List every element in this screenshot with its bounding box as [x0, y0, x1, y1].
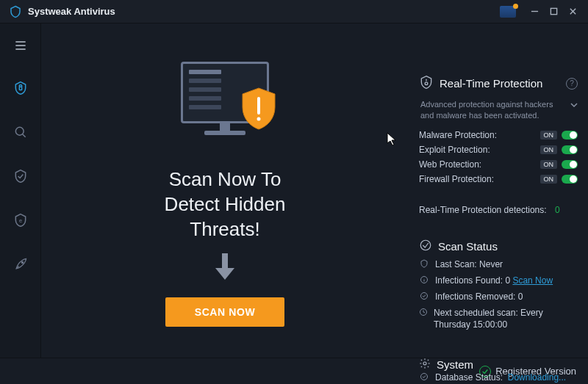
info-icon [419, 275, 429, 284]
toggle-web[interactable] [562, 160, 578, 169]
scan-status-heading: Scan Status [438, 240, 498, 253]
svg-rect-7 [19, 87, 21, 90]
svg-marker-15 [215, 268, 234, 280]
svg-point-22 [421, 293, 428, 300]
svg-point-11 [21, 262, 23, 264]
arrow-down-icon [214, 252, 236, 284]
nav-status[interactable] [6, 73, 35, 103]
toggle-malware[interactable] [562, 131, 578, 140]
maximize-button[interactable] [544, 4, 563, 19]
nav-scan[interactable] [6, 117, 35, 147]
close-button[interactable] [563, 4, 582, 19]
nav-protection[interactable] [6, 162, 35, 191]
check-circle-icon [419, 372, 429, 381]
minimize-button[interactable] [525, 4, 544, 19]
right-panel: Real-Time Protection ? Advanced protecti… [409, 23, 588, 358]
hero: Scan Now To Detect Hidden Threats! SCAN … [41, 23, 409, 358]
on-badge: ON [540, 160, 558, 169]
svg-point-25 [421, 373, 428, 380]
svg-point-16 [425, 82, 428, 85]
svg-point-8 [15, 127, 24, 135]
toggle-exploit[interactable] [562, 145, 578, 154]
row-infections-found: Infections Found: 0 Scan Now [419, 275, 578, 286]
row-web-protection: Web Protection: ON [419, 159, 578, 170]
scan-status-icon [419, 239, 432, 254]
svg-point-24 [423, 362, 426, 365]
chevron-down-icon [570, 101, 578, 112]
svg-rect-14 [222, 253, 228, 268]
row-exploit-protection: Exploit Protection: ON [419, 145, 578, 155]
clock-icon [419, 307, 428, 316]
svg-point-18 [420, 240, 431, 250]
row-database-status: Database Status: Downloading... [419, 372, 578, 383]
svg-line-9 [22, 134, 25, 137]
rtp-description[interactable]: Advanced protection against hackers and … [420, 99, 578, 121]
toggle-firewall[interactable] [562, 175, 578, 184]
scan-now-button[interactable]: SCAN NOW [165, 297, 285, 327]
check-circle-icon [419, 291, 429, 300]
app-logo-icon [9, 5, 22, 18]
system-gear-icon [419, 358, 431, 372]
realtime-shield-icon [419, 75, 434, 92]
nav-optimize[interactable] [6, 250, 35, 279]
hamburger-icon[interactable] [6, 29, 35, 59]
credit-card-icon[interactable] [500, 6, 516, 18]
hero-headline: Scan Now To Detect Hidden Threats! [165, 167, 286, 242]
monitor-illustration [173, 62, 276, 150]
app-title: Systweak Antivirus [28, 6, 115, 17]
scan-now-link[interactable]: Scan Now [512, 275, 553, 286]
row-infections-removed: Infections Removed: 0 [419, 291, 578, 303]
titlebar: Systweak Antivirus [0, 0, 588, 23]
svg-rect-1 [551, 8, 556, 14]
on-badge: ON [540, 131, 558, 140]
shield-warning-icon [240, 87, 278, 134]
system-heading: System [437, 358, 473, 371]
on-badge: ON [540, 175, 558, 184]
row-malware-protection: Malware Protection: ON [419, 130, 578, 140]
row-firewall-protection: Firewall Protection: ON [419, 174, 578, 184]
rtp-heading: Real-Time Protection [440, 77, 542, 90]
rtp-detections: Real-Time Protection detections: 0 [419, 205, 578, 215]
svg-text:e: e [18, 217, 21, 224]
sidebar: e [0, 23, 41, 358]
svg-point-13 [257, 117, 261, 121]
shield-small-icon [419, 258, 429, 268]
nav-quarantine[interactable]: e [6, 206, 35, 235]
row-next-scan: Next scheduled scan: Every Thursday 15:0… [419, 307, 578, 330]
help-icon[interactable]: ? [566, 78, 578, 90]
on-badge: ON [540, 145, 558, 154]
row-last-scan: Last Scan: Never [419, 258, 578, 270]
